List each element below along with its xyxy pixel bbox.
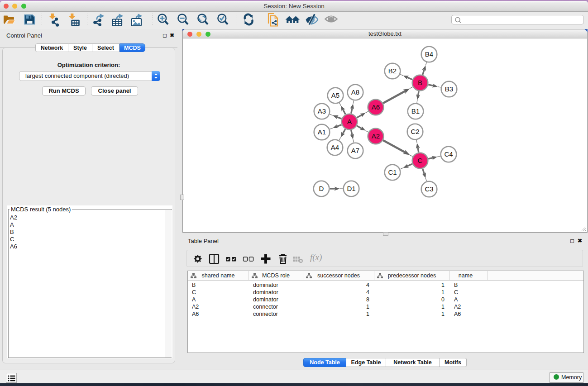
svg-text:C2: C2	[411, 128, 419, 135]
svg-text:B1: B1	[411, 107, 420, 115]
svg-text:A6: A6	[372, 103, 380, 111]
svg-text:A1: A1	[318, 128, 326, 136]
svg-text:B4: B4	[425, 50, 433, 58]
svg-text:C4: C4	[444, 150, 453, 158]
svg-text:A3: A3	[318, 107, 326, 115]
svg-text:C1: C1	[388, 168, 397, 176]
svg-text:A: A	[347, 118, 352, 125]
svg-text:A8: A8	[351, 88, 359, 96]
svg-text:C: C	[418, 157, 423, 164]
svg-text:D1: D1	[347, 185, 355, 192]
svg-text:D: D	[319, 185, 324, 192]
svg-text:A7: A7	[351, 147, 359, 154]
svg-text:B: B	[418, 79, 422, 86]
svg-text:B2: B2	[388, 67, 397, 75]
svg-text:B3: B3	[445, 85, 453, 93]
svg-text:A2: A2	[372, 132, 380, 140]
svg-text:A5: A5	[331, 91, 339, 99]
svg-text:A4: A4	[331, 143, 339, 151]
svg-text:C3: C3	[425, 185, 433, 193]
